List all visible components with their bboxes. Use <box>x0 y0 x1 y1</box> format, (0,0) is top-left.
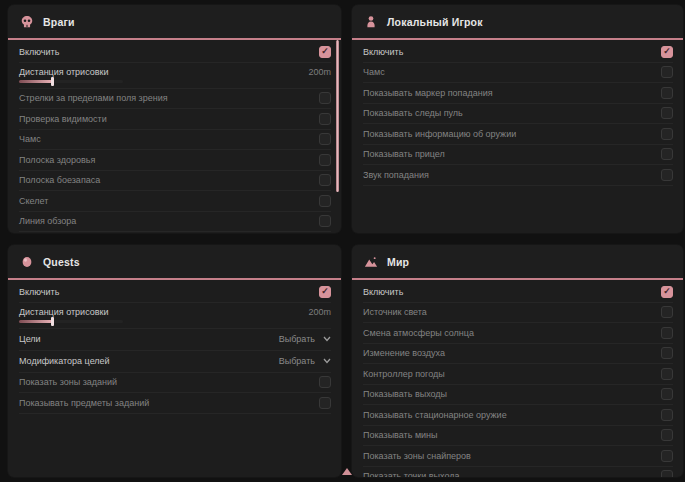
slider-handle[interactable] <box>51 77 54 86</box>
checkbox[interactable] <box>661 148 673 160</box>
setting-row: Показать зоны заданий <box>19 373 331 394</box>
dropdown[interactable]: Выбрать <box>279 356 331 366</box>
checkbox[interactable] <box>319 215 331 227</box>
setting-label: Проверка видимости <box>19 114 107 124</box>
checkbox[interactable] <box>661 66 673 78</box>
chevron-down-icon <box>323 336 331 342</box>
checkbox[interactable] <box>661 327 673 339</box>
checkbox[interactable] <box>661 87 673 99</box>
setting-label: Показывать выходы <box>363 389 447 399</box>
checkbox[interactable] <box>661 470 673 477</box>
setting-row: Включить✓ <box>363 42 673 63</box>
setting-label: Источник света <box>363 307 427 317</box>
setting-row: Чамс <box>19 130 331 151</box>
panel-body: Включить✓Дистанция отрисовки200mСтрелки … <box>8 40 341 233</box>
slider-value: 200m <box>308 307 331 317</box>
checkbox[interactable] <box>319 92 331 104</box>
checkbox[interactable] <box>319 397 331 409</box>
setting-row: ЦелиВыбрать <box>19 329 331 351</box>
panel-local-player: Локальный Игрок Включить✓ЧамсПоказывать … <box>352 5 683 233</box>
setting-label: Звук попадания <box>363 170 429 180</box>
setting-label: Изменение воздуха <box>363 348 445 358</box>
setting-label: Модификатора целей <box>19 356 110 366</box>
setting-label: Чамс <box>19 134 41 144</box>
setting-label: Показывать маркер попадания <box>363 88 493 98</box>
setting-row: Показывать стационарное оружие <box>363 405 673 426</box>
setting-label: Показывать стационарное оружие <box>363 410 507 420</box>
setting-row: Модификатора целейВыбрать <box>19 351 331 373</box>
setting-row: Показывать предметы заданий <box>19 393 331 414</box>
panel-title: Враги <box>43 16 75 28</box>
dropdown-value: Выбрать <box>279 334 315 344</box>
checkbox[interactable] <box>661 409 673 421</box>
checkbox[interactable] <box>319 174 331 186</box>
panel-enemies: Враги Включить✓Дистанция отрисовки200mСт… <box>8 5 341 233</box>
checkbox[interactable] <box>319 154 331 166</box>
setting-row: Показывать выходы <box>363 385 673 406</box>
panel-body: Включить✓Дистанция отрисовки200mЦелиВыбр… <box>8 280 341 414</box>
setting-row: Дистанция отрисовки200m <box>19 63 331 89</box>
checkbox[interactable] <box>661 368 673 380</box>
setting-row: Стрелки за пределами поля зрения <box>19 89 331 110</box>
checkbox[interactable] <box>661 429 673 441</box>
setting-label: Стрелки за пределами поля зрения <box>19 93 168 103</box>
checkbox[interactable] <box>319 195 331 207</box>
checkbox-checked[interactable]: ✓ <box>661 46 673 58</box>
setting-row: Показывать следы пуль <box>19 232 331 233</box>
slider-value: 200m <box>308 67 331 77</box>
setting-row: Контроллер погоды <box>363 364 673 385</box>
setting-label: Дистанция отрисовки <box>19 307 109 317</box>
panel-header: Quests <box>8 245 341 280</box>
panel-header: Враги <box>8 5 341 40</box>
setting-label: Цели <box>19 334 41 344</box>
setting-label: Показывать информацию об оружии <box>363 129 516 139</box>
setting-row: Изменение воздуха <box>363 344 673 365</box>
checkbox[interactable] <box>319 376 331 388</box>
slider-handle[interactable] <box>51 317 54 326</box>
quest-icon <box>20 255 34 269</box>
setting-row: Показывать следы пуль <box>363 104 673 125</box>
checkbox[interactable] <box>319 113 331 125</box>
checkbox[interactable] <box>661 107 673 119</box>
setting-row: Смена атмосферы солнца <box>363 323 673 344</box>
player-icon <box>364 15 378 29</box>
setting-label: Показать точки выхода <box>363 471 459 477</box>
panel-body: Включить✓Источник светаСмена атмосферы с… <box>352 280 683 477</box>
panel-world: Мир Включить✓Источник светаСмена атмосфе… <box>352 245 683 477</box>
setting-row: Источник света <box>363 303 673 324</box>
panel-title: Мир <box>387 256 409 268</box>
setting-label: Показать зоны снайперов <box>363 451 471 461</box>
setting-label: Показывать прицел <box>363 149 445 159</box>
panel-title: Локальный Игрок <box>387 16 483 28</box>
chevron-down-icon <box>323 358 331 364</box>
skull-icon <box>20 15 34 29</box>
dropdown-value: Выбрать <box>279 356 315 366</box>
setting-label: Полоска боезапаса <box>19 175 100 185</box>
setting-label: Контроллер погоды <box>363 369 445 379</box>
checkbox[interactable] <box>319 133 331 145</box>
checkbox[interactable] <box>661 169 673 181</box>
setting-label: Дистанция отрисовки <box>19 67 109 77</box>
slider-fill <box>19 320 53 323</box>
checkbox[interactable] <box>661 128 673 140</box>
setting-label: Чамс <box>363 67 385 77</box>
setting-row: Полоска боезапаса <box>19 171 331 192</box>
checkbox-checked[interactable]: ✓ <box>319 46 331 58</box>
scrollbar-thumb[interactable] <box>336 40 339 192</box>
checkbox[interactable] <box>661 306 673 318</box>
setting-label: Включить <box>363 47 403 57</box>
checkbox-checked[interactable]: ✓ <box>661 286 673 298</box>
setting-label: Показывать мины <box>363 430 438 440</box>
dropdown[interactable]: Выбрать <box>279 334 331 344</box>
setting-label: Смена атмосферы солнца <box>363 328 474 338</box>
checkbox-checked[interactable]: ✓ <box>319 286 331 298</box>
checkbox[interactable] <box>661 388 673 400</box>
resize-grip-icon[interactable] <box>342 468 352 475</box>
distance-slider[interactable] <box>19 320 123 324</box>
distance-slider[interactable] <box>19 80 123 84</box>
setting-row: Показать точки выхода <box>363 467 673 478</box>
setting-label: Включить <box>363 287 403 297</box>
checkbox[interactable] <box>661 450 673 462</box>
checkbox[interactable] <box>661 347 673 359</box>
setting-row: Включить✓ <box>19 42 331 63</box>
